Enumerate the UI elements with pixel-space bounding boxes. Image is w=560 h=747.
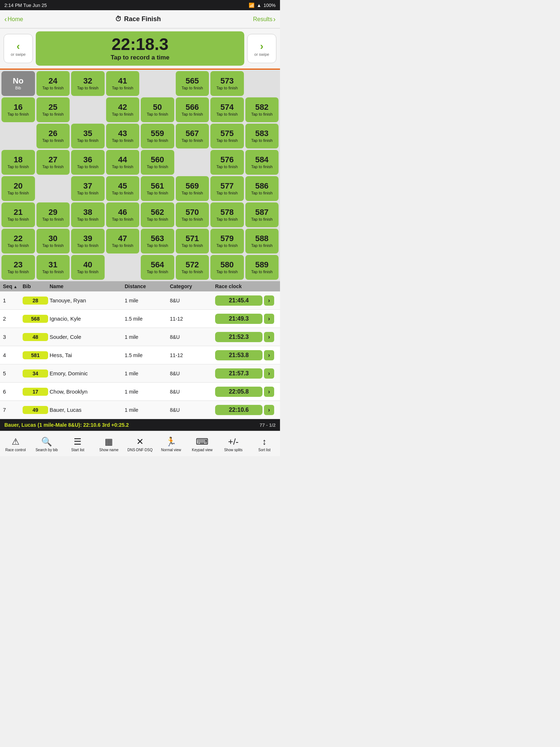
bib-number: 24	[48, 77, 57, 85]
bib-tile[interactable]: 572Tap to finish	[176, 255, 209, 280]
bib-tile[interactable]: 16Tap to finish	[1, 97, 35, 122]
header-name: Name	[50, 283, 123, 289]
bib-tile[interactable]: 41Tap to finish	[106, 71, 140, 96]
bib-tile[interactable]: 571Tap to finish	[176, 229, 209, 253]
toolbar-show-splits[interactable]: +/- Show splits	[221, 437, 246, 452]
toolbar-search-by-bib[interactable]: 🔍 Search by bib	[34, 437, 59, 452]
bib-tile[interactable]: 27Tap to finish	[36, 150, 70, 175]
bib-tile[interactable]: 44Tap to finish	[106, 150, 140, 175]
bib-tile[interactable]: 560Tap to finish	[141, 150, 174, 175]
bib-tile[interactable]: 559Tap to finish	[141, 124, 174, 148]
bib-tile[interactable]: 29Tap to finish	[36, 202, 70, 227]
swipe-left-button[interactable]: ‹ or swipe	[4, 34, 33, 63]
bib-number: 40	[83, 261, 92, 269]
bib-tile[interactable]: 579Tap to finish	[210, 229, 244, 253]
row-detail-button[interactable]: ›	[264, 405, 274, 415]
row-detail-button[interactable]: ›	[264, 295, 274, 306]
bib-tile[interactable]: 47Tap to finish	[106, 229, 140, 253]
bib-tile[interactable]: 40Tap to finish	[71, 255, 105, 280]
cell-time: 21:53.8	[215, 350, 262, 360]
bib-tile[interactable]: 22Tap to finish	[1, 229, 35, 253]
bib-tile[interactable]: 36Tap to finish	[71, 150, 105, 175]
row-detail-button[interactable]: ›	[264, 314, 274, 324]
bib-tile[interactable]: 30Tap to finish	[36, 229, 70, 253]
bib-tile[interactable]: 43Tap to finish	[106, 124, 140, 148]
bib-tile[interactable]: 25Tap to finish	[36, 97, 70, 122]
bib-number: 22	[14, 235, 23, 243]
bib-tile[interactable]: 39Tap to finish	[71, 229, 105, 253]
bib-action: Tap to finish	[112, 217, 133, 221]
bib-tile[interactable]: 565Tap to finish	[176, 71, 209, 96]
toolbar-show-name[interactable]: ▦ Show name	[96, 437, 122, 452]
bib-tile[interactable]: 577Tap to finish	[210, 176, 244, 201]
row-detail-button[interactable]: ›	[264, 387, 274, 397]
table-row[interactable]: 4 581 Hess, Tai 1.5 mile 11-12 21:53.8 ›	[0, 346, 280, 364]
bib-tile[interactable]: 45Tap to finish	[106, 176, 140, 201]
bib-tile[interactable]: 589Tap to finish	[245, 255, 279, 280]
bib-action: Tap to finish	[147, 243, 168, 248]
bib-action: Tap to finish	[77, 191, 98, 195]
bib-tile[interactable]: 32Tap to finish	[71, 71, 105, 96]
table-row[interactable]: 1 28 Tanouye, Ryan 1 mile 8&U 21:45.4 ›	[0, 291, 280, 310]
bib-tile[interactable]: 574Tap to finish	[210, 97, 244, 122]
bib-tile[interactable]: 582Tap to finish	[245, 97, 279, 122]
toolbar-race-control[interactable]: ⚠ Race control	[3, 437, 28, 452]
bib-tile[interactable]: 24Tap to finish	[36, 71, 70, 96]
bib-tile[interactable]: 20Tap to finish	[1, 176, 35, 201]
bib-tile[interactable]: 562Tap to finish	[141, 202, 174, 227]
table-row[interactable]: 7 49 Bauer, Lucas 1 mile 8&U 22:10.6 ›	[0, 401, 280, 419]
row-detail-button[interactable]: ›	[264, 332, 274, 342]
bib-tile[interactable]: 587Tap to finish	[245, 202, 279, 227]
bib-tile[interactable]: 31Tap to finish	[36, 255, 70, 280]
bib-action: Tap to finish	[251, 112, 273, 116]
swipe-right-button[interactable]: › or swipe	[247, 34, 276, 63]
table-row[interactable]: 5 34 Emory, Dominic 1 mile 8&U 21:57.3 ›	[0, 364, 280, 383]
home-button[interactable]: ‹ Home	[4, 15, 23, 23]
bib-tile[interactable]: 561Tap to finish	[141, 176, 174, 201]
toolbar-start-list[interactable]: ☰ Start list	[65, 437, 90, 452]
bib-tile[interactable]: 566Tap to finish	[176, 97, 209, 122]
bib-tile[interactable]: 580Tap to finish	[210, 255, 244, 280]
bib-tile[interactable]: 26Tap to finish	[36, 124, 70, 148]
bib-tile[interactable]: 578Tap to finish	[210, 202, 244, 227]
bib-tile[interactable]: 38Tap to finish	[71, 202, 105, 227]
toolbar-keypad-view[interactable]: ⌨ Keypad view	[190, 437, 215, 452]
bib-tile[interactable]: 564Tap to finish	[141, 255, 174, 280]
table-row[interactable]: 2 568 Ignacio, Kyle 1.5 mile 11-12 21:49…	[0, 310, 280, 328]
bib-number: 563	[151, 235, 164, 243]
bib-tile[interactable]: 570Tap to finish	[176, 202, 209, 227]
bib-tile[interactable]: 583Tap to finish	[245, 124, 279, 148]
bib-tile[interactable]: 37Tap to finish	[71, 176, 105, 201]
bib-tile[interactable]: 584Tap to finish	[245, 150, 279, 175]
bib-tile[interactable]: 35Tap to finish	[71, 124, 105, 148]
bib-tile[interactable]: 569Tap to finish	[176, 176, 209, 201]
results-table: Seq Bib Name Distance Category Race cloc…	[0, 281, 280, 419]
row-detail-button[interactable]: ›	[264, 368, 274, 379]
results-button[interactable]: Results ›	[253, 15, 276, 23]
bib-tile[interactable]: 18Tap to finish	[1, 150, 35, 175]
status-bottom-bar: Bauer, Lucas (1 mile-Male 8&U): 22:10.6 …	[0, 419, 280, 431]
bib-tile[interactable]: 42Tap to finish	[106, 97, 140, 122]
bib-tile[interactable]: 573Tap to finish	[210, 71, 244, 96]
toolbar-normal-view[interactable]: 🏃 Normal view	[158, 437, 184, 452]
bib-tile[interactable]: 576Tap to finish	[210, 150, 244, 175]
chevron-right-icon: ›	[273, 15, 276, 23]
bib-tile[interactable]: 23Tap to finish	[1, 255, 35, 280]
toolbar-sort-list[interactable]: ↕ Sort list	[252, 437, 277, 452]
bib-tile[interactable]: NoBib	[1, 71, 35, 96]
row-detail-button[interactable]: ›	[264, 350, 274, 360]
toolbar-dns-dnf-dsq[interactable]: ✕ DNS·DNF·DSQ	[127, 437, 153, 452]
keypad-view-icon: ⌨	[196, 437, 209, 447]
bib-tile[interactable]: 50Tap to finish	[141, 97, 174, 122]
bib-tile[interactable]: 21Tap to finish	[1, 202, 35, 227]
cell-seq: 4	[3, 352, 21, 358]
timer-display[interactable]: 22:18.3 Tap to record a time	[36, 31, 244, 66]
bib-tile[interactable]: 563Tap to finish	[141, 229, 174, 253]
bib-tile[interactable]: 588Tap to finish	[245, 229, 279, 253]
table-row[interactable]: 6 17 Chow, Brooklyn 1 mile 8&U 22:05.8 ›	[0, 383, 280, 401]
table-row[interactable]: 3 48 Souder, Cole 1 mile 8&U 21:52.3 ›	[0, 328, 280, 346]
bib-tile[interactable]: 586Tap to finish	[245, 176, 279, 201]
bib-tile[interactable]: 46Tap to finish	[106, 202, 140, 227]
bib-tile[interactable]: 567Tap to finish	[176, 124, 209, 148]
bib-tile[interactable]: 575Tap to finish	[210, 124, 244, 148]
